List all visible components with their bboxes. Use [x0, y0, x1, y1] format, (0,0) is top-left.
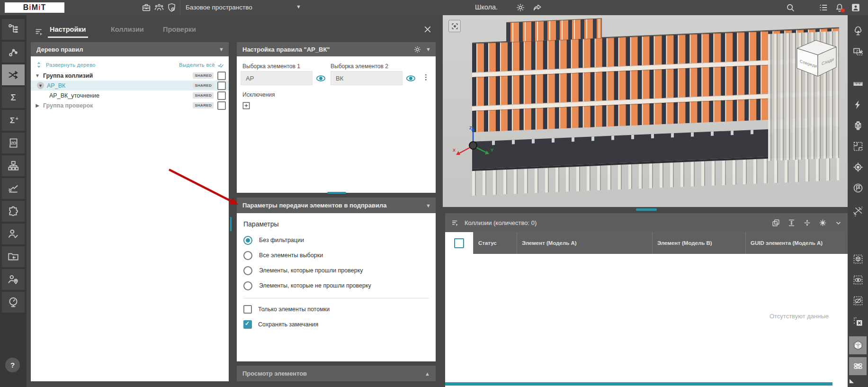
tree-row[interactable]: ▶ Группа проверок SHARED — [31, 100, 229, 110]
collisions-menu-icon[interactable] — [451, 218, 460, 227]
collisions-table-body[interactable]: Отсутствуют данные — [445, 254, 848, 387]
tab-collisions[interactable]: Коллизии — [111, 26, 144, 33]
app-logo[interactable]: BiMiT — [5, 2, 64, 13]
tool-clip[interactable] — [849, 96, 867, 114]
workspace-selector[interactable]: Базовое пространство — [186, 4, 252, 11]
panel-menu-icon[interactable] — [34, 27, 45, 37]
help-button[interactable]: ? — [5, 358, 20, 372]
checkbox-keep-remarks[interactable]: Сохранять замечания — [243, 320, 318, 329]
collapse-caret-icon[interactable]: ▼ — [426, 46, 431, 52]
team-icon[interactable] — [154, 2, 164, 13]
column-guid-a[interactable]: GUID элемента (Модель A) — [746, 232, 848, 254]
elements-preview-header[interactable]: Просмотр элементов ▲ — [237, 366, 436, 381]
radio-icon[interactable] — [243, 236, 252, 245]
checkbox-checked-icon[interactable] — [243, 320, 252, 329]
sidebar-item-structure[interactable] — [2, 155, 25, 176]
eye-icon[interactable] — [315, 73, 326, 84]
tool-dimensions[interactable] — [849, 203, 867, 221]
tool-show-selected[interactable] — [849, 271, 867, 289]
close-panel-icon[interactable] — [423, 25, 432, 34]
tool-measure[interactable] — [849, 75, 867, 93]
sidebar-item-dashboard[interactable] — [2, 292, 25, 313]
sidebar-item-clash-rules[interactable] — [2, 64, 25, 85]
expand-tree-link[interactable]: Развернуть дерево — [46, 62, 96, 68]
shield-history-icon[interactable] — [167, 2, 177, 13]
scroll-indicator[interactable] — [230, 217, 232, 231]
tool-shaded-view[interactable] — [849, 336, 867, 354]
row-checkbox[interactable] — [217, 72, 226, 80]
expand-tree-icon[interactable] — [36, 62, 42, 68]
column-element-b[interactable]: Элемент (Модель B) — [653, 232, 746, 254]
tool-isolate[interactable] — [849, 250, 867, 268]
merge-rows-icon[interactable] — [803, 218, 812, 227]
sidebar-item-charts[interactable] — [2, 178, 25, 199]
tool-section-box[interactable] — [849, 117, 867, 135]
caret-down-icon[interactable]: ▼ — [35, 73, 40, 78]
tool-selection-sets[interactable] — [849, 43, 867, 61]
tool-project-tree[interactable] — [849, 22, 867, 40]
account-icon[interactable] — [850, 2, 861, 13]
collisions-resize-handle[interactable] — [636, 208, 657, 211]
horizontal-scrollbar[interactable] — [445, 382, 832, 386]
building-model[interactable] — [472, 15, 839, 198]
sidebar-item-totals-add[interactable] — [2, 110, 25, 131]
sidebar-item-relations[interactable] — [2, 42, 25, 63]
collapse-chevron-icon[interactable] — [834, 218, 843, 227]
sidebar-item-2d-drawings[interactable] — [2, 133, 25, 153]
resize-corner[interactable] — [850, 379, 854, 383]
row-checkbox[interactable] — [217, 91, 226, 100]
add-exclusion-icon[interactable] — [242, 101, 251, 110]
share-icon[interactable] — [532, 2, 543, 13]
tree-row-selected[interactable]: ▼ АР_ВК SHARED — [31, 81, 229, 90]
radio-no-filter[interactable]: Без фильтрации — [243, 235, 304, 245]
tab-settings[interactable]: Настройки — [50, 26, 86, 33]
radio-failed-check[interactable]: Элементы, которые не прошли проверку — [243, 281, 371, 290]
search-icon[interactable] — [785, 2, 796, 13]
viewport-3d[interactable]: Z X Y Спереди Сзади — [443, 15, 848, 207]
select-all-cell[interactable] — [445, 232, 474, 254]
column-element-a[interactable]: Элемент (Модель A) — [517, 232, 653, 254]
row-checkbox[interactable] — [217, 81, 226, 90]
tool-orbit[interactable] — [849, 357, 867, 375]
view-cube[interactable]: Спереди Сзади — [793, 36, 841, 80]
workspace-caret-icon[interactable]: ▼ — [296, 4, 301, 9]
sidebar-item-user-location[interactable] — [2, 269, 25, 290]
radio-all-elements[interactable]: Все элементы выборки — [243, 251, 323, 260]
tool-floor-plan[interactable] — [849, 137, 867, 155]
zoom-extents-button[interactable] — [448, 20, 461, 32]
eye-icon[interactable] — [405, 73, 416, 84]
caret-right-icon[interactable]: ▶ — [35, 103, 40, 108]
radio-icon[interactable] — [243, 266, 252, 275]
sidebar-item-model-tree[interactable] — [2, 19, 25, 40]
checkbox-icon[interactable] — [243, 305, 252, 314]
axis-gizmo[interactable]: Z X Y — [450, 123, 496, 169]
fit-rows-icon[interactable] — [787, 218, 796, 227]
rule-tree-header[interactable]: Дерево правил ▼ — [31, 42, 229, 56]
radio-icon[interactable] — [243, 281, 252, 290]
select-all-link[interactable]: Выделить всё — [179, 62, 215, 68]
sidebar-item-plugins[interactable] — [2, 201, 25, 222]
rule-gear-icon[interactable] — [413, 45, 422, 54]
expand-caret-icon[interactable]: ▲ — [425, 371, 430, 377]
tree-row[interactable]: АР_ВК_уточнение SHARED — [31, 90, 229, 100]
header-checkbox[interactable] — [454, 238, 464, 248]
tool-flags[interactable] — [849, 179, 867, 197]
tab-checks[interactable]: Проверки — [163, 26, 196, 33]
rule-settings-header[interactable]: Настройка правила "АР_ВК" ▼ — [237, 42, 436, 56]
collapse-caret-icon[interactable]: ▼ — [219, 46, 224, 52]
copy-rows-icon[interactable] — [771, 218, 780, 227]
tree-row[interactable]: ▼ Группа коллизий SHARED — [31, 71, 229, 81]
row-checkbox[interactable] — [217, 101, 226, 110]
sidebar-item-import[interactable] — [2, 246, 25, 267]
project-settings-gear-icon[interactable] — [515, 2, 526, 13]
transfer-params-header[interactable]: Параметры передачи элементов в подправил… — [237, 198, 436, 213]
selection2-input[interactable]: ВК — [331, 71, 403, 85]
tool-hide-selected[interactable] — [849, 292, 867, 310]
table-settings-gear-icon[interactable] — [818, 218, 827, 227]
selection1-input[interactable]: АР — [241, 71, 313, 85]
caret-down-circle-icon[interactable]: ▼ — [37, 82, 44, 89]
column-status[interactable]: Статус — [474, 232, 517, 254]
task-list-icon[interactable] — [818, 2, 829, 13]
radio-passed-check[interactable]: Элементы, которые прошли проверку — [243, 266, 363, 275]
radio-icon[interactable] — [243, 251, 252, 260]
